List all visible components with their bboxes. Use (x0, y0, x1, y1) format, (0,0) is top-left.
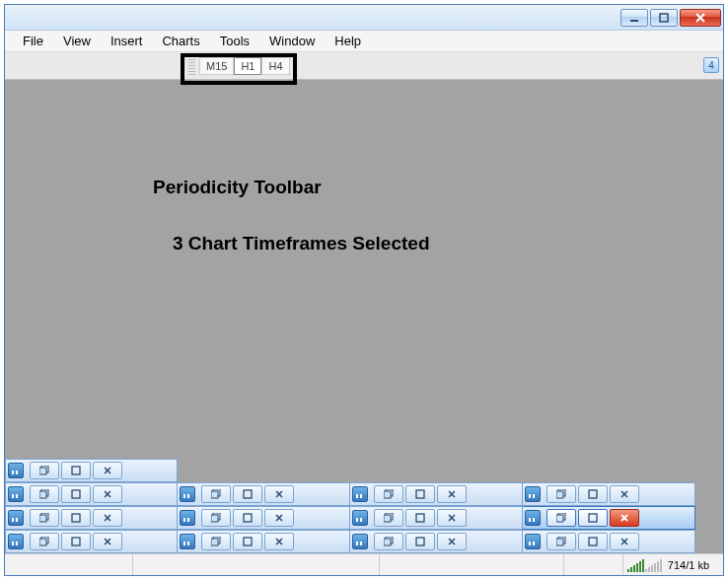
restore-icon[interactable] (30, 509, 59, 527)
minimized-charts-area (5, 459, 723, 553)
svg-rect-37 (416, 538, 424, 545)
minimized-chart[interactable] (5, 459, 178, 482)
svg-rect-27 (556, 515, 563, 522)
restore-icon[interactable] (201, 485, 231, 503)
restore-icon[interactable] (546, 509, 576, 527)
svg-rect-36 (384, 539, 391, 545)
svg-rect-33 (211, 539, 218, 545)
svg-rect-15 (556, 491, 563, 498)
toolbar-notification-badge[interactable]: 4 (703, 57, 719, 73)
minimized-chart[interactable] (523, 482, 695, 506)
close-icon[interactable] (93, 533, 122, 550)
maximize-icon[interactable] (233, 509, 262, 527)
minimized-chart[interactable] (178, 506, 350, 530)
maximize-icon[interactable] (233, 485, 262, 503)
close-icon[interactable] (93, 462, 122, 479)
minimized-chart[interactable] (350, 482, 523, 506)
svg-rect-18 (39, 515, 46, 522)
maximize-icon[interactable] (578, 485, 608, 503)
chart-icon (525, 486, 541, 502)
restore-icon[interactable] (374, 509, 403, 527)
close-icon[interactable] (264, 509, 294, 527)
menu-charts[interactable]: Charts (152, 32, 209, 50)
svg-rect-30 (39, 539, 46, 545)
menubar: File View Insert Charts Tools Window Hel… (5, 31, 723, 52)
svg-rect-24 (384, 515, 391, 522)
maximize-icon[interactable] (405, 509, 435, 527)
maximize-icon[interactable] (61, 462, 91, 479)
timeframe-m15-button[interactable]: M15 (199, 57, 234, 75)
minimized-chart[interactable] (5, 506, 178, 530)
maximize-icon[interactable] (233, 533, 262, 550)
maximize-icon[interactable] (61, 485, 91, 503)
chart-icon (8, 510, 24, 526)
svg-rect-19 (72, 514, 80, 522)
restore-icon[interactable] (374, 533, 403, 550)
maximize-icon[interactable] (578, 533, 608, 550)
close-icon[interactable] (264, 533, 294, 550)
minimized-chart-active[interactable] (523, 506, 695, 530)
chart-icon (525, 534, 541, 549)
timeframe-h4-button[interactable]: H4 (261, 57, 289, 75)
menu-tools[interactable]: Tools (210, 32, 259, 50)
close-icon[interactable] (610, 533, 639, 550)
restore-icon[interactable] (201, 533, 231, 550)
restore-icon[interactable] (201, 509, 231, 527)
svg-rect-39 (556, 539, 563, 545)
restore-icon[interactable] (30, 533, 59, 550)
close-icon[interactable] (437, 509, 467, 527)
chart-mdi-area: Periodicity Toolbar 3 Chart Timeframes S… (5, 80, 723, 553)
menu-help[interactable]: Help (325, 32, 371, 50)
svg-rect-40 (589, 538, 597, 545)
restore-icon[interactable] (546, 485, 576, 503)
svg-rect-13 (416, 490, 424, 498)
timeframe-h1-button[interactable]: H1 (234, 57, 261, 75)
maximize-icon[interactable] (61, 533, 91, 550)
maximize-icon[interactable] (61, 509, 91, 527)
close-icon[interactable] (437, 485, 467, 503)
svg-rect-4 (72, 467, 80, 474)
maximize-icon[interactable] (578, 509, 608, 527)
menu-file[interactable]: File (13, 32, 53, 50)
svg-rect-31 (72, 538, 80, 545)
menu-view[interactable]: View (53, 32, 101, 50)
minimize-button[interactable] (620, 9, 648, 27)
maximize-icon[interactable] (405, 485, 435, 503)
close-icon[interactable] (93, 485, 122, 503)
menu-window[interactable]: Window (259, 32, 325, 50)
svg-rect-16 (589, 490, 597, 498)
status-traffic: 714/1 kb (668, 559, 709, 571)
status-connection: 714/1 kb (623, 554, 723, 575)
chart-icon (525, 510, 541, 526)
chart-icon (8, 486, 24, 502)
restore-icon[interactable] (30, 462, 59, 479)
menu-insert[interactable]: Insert (101, 32, 153, 50)
restore-icon[interactable] (30, 485, 59, 503)
minimized-chart[interactable] (523, 530, 695, 553)
chart-icon (180, 486, 195, 502)
minimized-chart[interactable] (5, 482, 178, 506)
restore-icon[interactable] (546, 533, 576, 550)
maximize-button[interactable] (650, 9, 678, 27)
chart-icon (180, 510, 195, 526)
restore-icon[interactable] (374, 485, 403, 503)
minimized-chart[interactable] (350, 530, 523, 553)
maximize-icon[interactable] (405, 533, 435, 550)
svg-rect-28 (589, 514, 597, 522)
annotation-periodicity-label: Periodicity Toolbar (153, 177, 322, 198)
minimized-chart[interactable] (178, 530, 350, 553)
svg-rect-7 (72, 490, 80, 498)
close-icon[interactable] (93, 509, 122, 527)
toolbar-grip-icon[interactable] (188, 56, 195, 76)
chart-icon (8, 463, 24, 478)
close-button[interactable] (680, 9, 721, 27)
chart-icon (180, 534, 195, 549)
close-icon[interactable] (610, 485, 639, 503)
close-icon[interactable] (264, 485, 294, 503)
minimized-chart[interactable] (350, 506, 523, 530)
minimized-chart[interactable] (5, 530, 178, 553)
minimized-chart[interactable] (178, 482, 350, 506)
close-icon[interactable] (610, 509, 639, 527)
close-icon[interactable] (437, 533, 467, 550)
statusbar: 714/1 kb (5, 553, 723, 575)
